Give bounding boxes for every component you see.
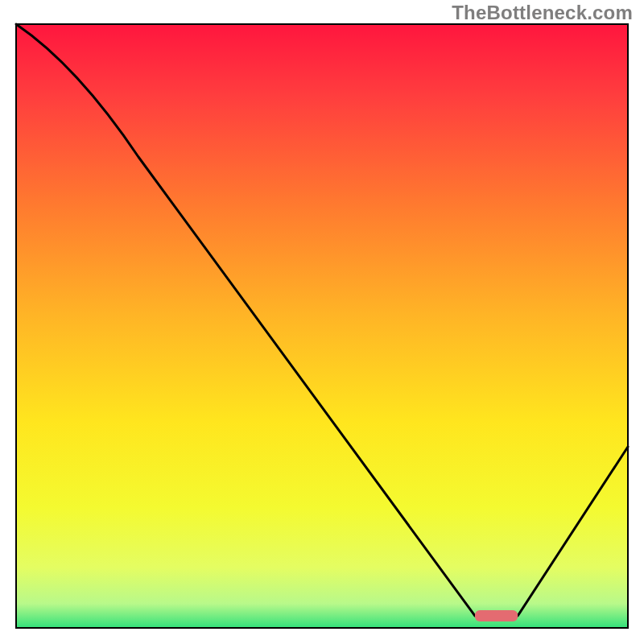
chart-container: TheBottleneck.com [0,0,644,644]
chart-svg [0,0,644,644]
watermark-text: TheBottleneck.com [452,2,633,24]
optimum-marker [475,610,518,621]
